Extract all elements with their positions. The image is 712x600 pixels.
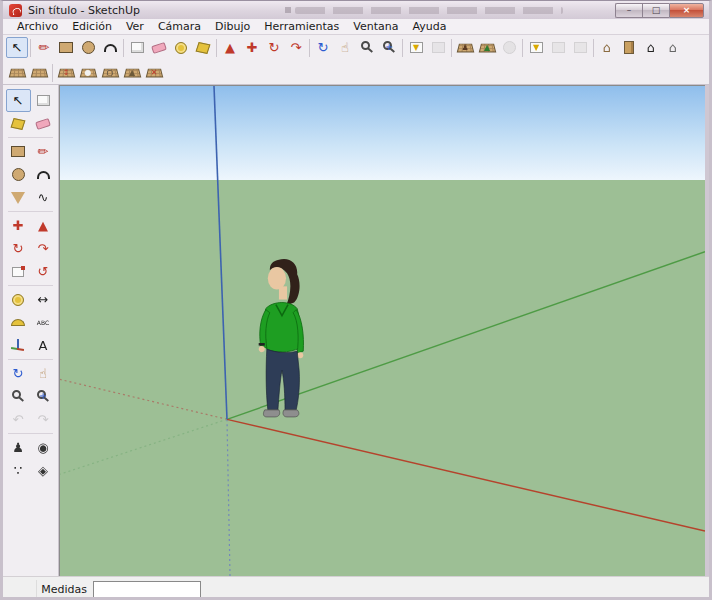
tape-measure-tool[interactable] [170, 37, 192, 58]
measurements-input[interactable] [93, 581, 201, 598]
palette-orbit[interactable]: ↻ [6, 362, 31, 385]
palette-3d-text[interactable]: A [31, 334, 56, 357]
sandbox-drape[interactable]: ○ [99, 62, 121, 83]
palette-row: ✛ [3, 385, 58, 408]
eraser-tool[interactable] [148, 37, 170, 58]
push-pull-tool[interactable]: ▲ [219, 37, 241, 58]
palette-zoom-extents[interactable]: ✛ [31, 385, 56, 408]
palette-eraser[interactable] [31, 112, 56, 135]
menu-dibujo[interactable]: Dibujo [208, 19, 257, 34]
menu-edicion[interactable]: Edición [65, 19, 119, 34]
palette-zoom[interactable] [6, 385, 31, 408]
palette-select-tool[interactable]: ↖ [6, 89, 31, 112]
menu-archivo[interactable]: Archivo [10, 19, 65, 34]
make-component-tool[interactable] [126, 37, 148, 58]
paint-bucket-tool[interactable] [192, 37, 214, 58]
titlebar[interactable]: Sin título - SketchUp –□× [3, 1, 709, 19]
sandbox-flip-edge[interactable]: ✕ [143, 62, 165, 83]
preview-in-google-earth-button-icon [503, 41, 516, 54]
palette-move[interactable]: ✚ [6, 214, 31, 237]
get-models-button[interactable]: ▼ [405, 37, 427, 58]
palette-circle[interactable] [6, 163, 31, 186]
palette-follow-me-icon: ↷ [38, 242, 49, 255]
green-axis-dashed [60, 419, 227, 474]
palette-paint-bucket[interactable] [6, 112, 31, 135]
viewport-3d[interactable] [59, 85, 705, 576]
palette-text[interactable]: ABC [31, 311, 56, 334]
orbit-tool[interactable]: ↻ [312, 37, 334, 58]
palette-offset[interactable]: ↺ [31, 260, 56, 283]
palette-rotate[interactable]: ↻ [6, 237, 31, 260]
palette-tape-measure[interactable] [6, 288, 31, 311]
sandbox-from-scratch[interactable] [28, 62, 50, 83]
window-controls: –□× [615, 3, 704, 18]
toolbar-separator [451, 39, 452, 57]
eraser-tool-icon [151, 42, 167, 54]
palette-polygon[interactable] [6, 186, 31, 209]
sandbox-add-detail[interactable]: ▲ [121, 62, 143, 83]
palette-position-camera[interactable]: ♟ [6, 436, 31, 459]
share-model-button-icon [432, 42, 445, 53]
rectangle-tool[interactable] [55, 37, 77, 58]
palette-zoom-extents-icon [37, 390, 46, 399]
toolbar-separator [8, 285, 53, 286]
palette-follow-me[interactable]: ↷ [31, 237, 56, 260]
view-right-button[interactable]: ⌂ [662, 37, 684, 58]
palette-push-pull[interactable]: ▲ [31, 214, 56, 237]
arc-tool[interactable] [99, 37, 121, 58]
zoom-tool-icon [361, 41, 370, 50]
view-top-button[interactable] [618, 37, 640, 58]
pan-tool-icon: ☝ [341, 41, 349, 54]
palette-arc[interactable] [31, 163, 56, 186]
toolbar-separator [402, 39, 403, 57]
menu-herramientas[interactable]: Herramientas [257, 19, 346, 34]
sandbox-from-contours[interactable] [6, 62, 28, 83]
minimize-button[interactable]: – [615, 3, 642, 18]
view-front-button[interactable]: ⌂ [640, 37, 662, 58]
maximize-button[interactable]: □ [642, 3, 669, 18]
titlebar-watermark [295, 7, 563, 14]
sandbox-smoove[interactable]: ↕ [55, 62, 77, 83]
menu-ventana[interactable]: Ventana [346, 19, 405, 34]
share-component-button [569, 37, 591, 58]
circle-tool[interactable] [77, 37, 99, 58]
palette-section-plane[interactable]: ◈ [31, 459, 56, 482]
close-button[interactable]: × [669, 3, 704, 18]
offset-tool[interactable]: ↷ [285, 37, 307, 58]
palette-make-component[interactable] [31, 89, 56, 112]
add-location-button[interactable]: ♟ [454, 37, 476, 58]
palette-eraser-icon [35, 118, 51, 130]
palette-protractor[interactable] [6, 311, 31, 334]
toolbar-separator [593, 39, 594, 57]
warehouse-get-models-button[interactable]: ▼ [525, 37, 547, 58]
menu-ver[interactable]: Ver [119, 19, 151, 34]
line-tool[interactable]: ✏ [33, 37, 55, 58]
palette-rectangle-icon [11, 146, 25, 157]
select-tool[interactable]: ↖ [6, 37, 28, 58]
toggle-terrain-button[interactable]: ▲ [476, 37, 498, 58]
palette-circle-icon [12, 168, 25, 181]
palette-rectangle[interactable] [6, 140, 31, 163]
warehouse-get-models-button-icon [530, 42, 543, 53]
zoom-tool[interactable] [356, 37, 378, 58]
pan-tool[interactable]: ☝ [334, 37, 356, 58]
menu-ayuda[interactable]: Ayuda [405, 19, 453, 34]
palette-make-component-icon [37, 95, 50, 106]
toolbar-separator [30, 39, 31, 57]
palette-line[interactable]: ✏ [31, 140, 56, 163]
palette-look-around[interactable]: ◉ [31, 436, 56, 459]
zoom-extents-tool[interactable]: ✛ [378, 37, 400, 58]
sandbox-stamp[interactable]: ● [77, 62, 99, 83]
palette-freehand[interactable]: ∿ [31, 186, 56, 209]
palette-dimension[interactable]: ↔ [31, 288, 56, 311]
palette-walk[interactable]: ∵ [6, 459, 31, 482]
palette-pan[interactable]: ☝ [31, 362, 56, 385]
menu-camara[interactable]: Cámara [151, 19, 208, 34]
palette-scale[interactable] [6, 260, 31, 283]
view-iso-button[interactable]: ⌂ [596, 37, 618, 58]
palette-axes[interactable] [6, 334, 31, 357]
move-tool[interactable]: ✚ [241, 37, 263, 58]
rotate-tool[interactable]: ↻ [263, 37, 285, 58]
palette-pan-icon: ☝ [39, 367, 47, 380]
person-figure[interactable] [250, 257, 318, 421]
